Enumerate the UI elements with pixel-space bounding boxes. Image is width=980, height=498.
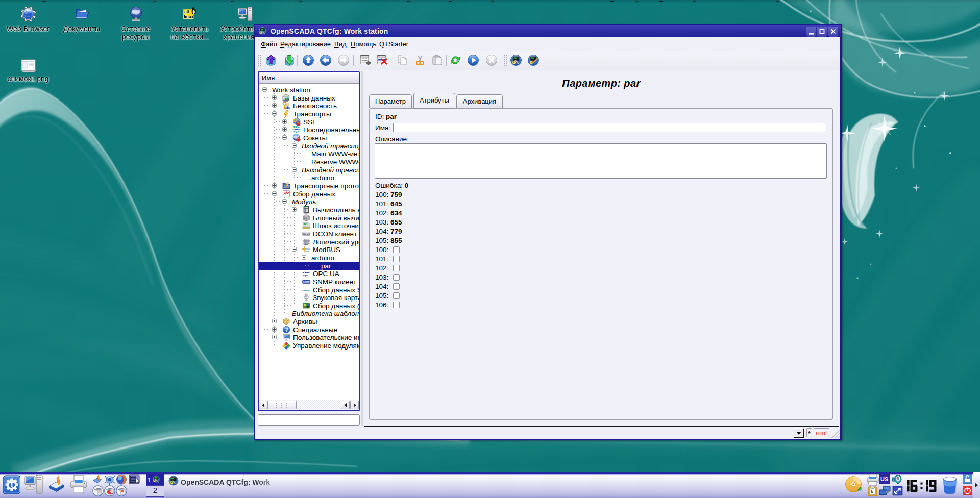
svg-text:US: US [880, 476, 888, 482]
svg-text:k: k [871, 488, 874, 494]
